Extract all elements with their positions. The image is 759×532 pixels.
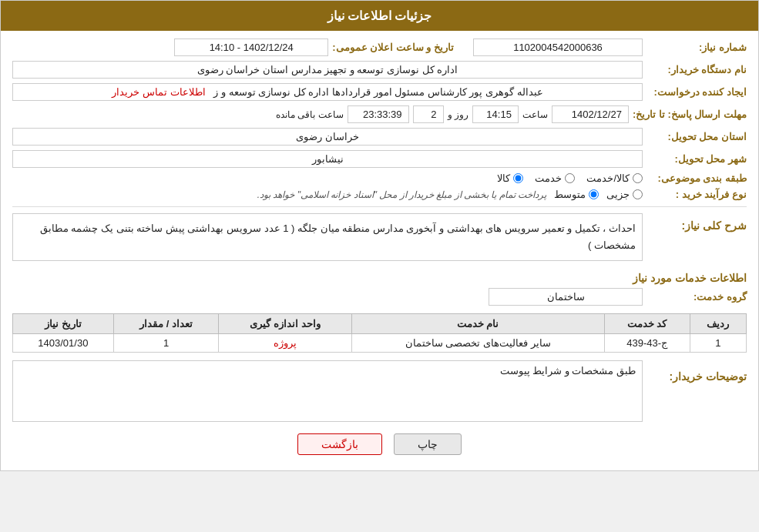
- service-group-label: گروه خدمت:: [646, 291, 747, 303]
- deadline-remaining-label: ساعت باقی مانده: [276, 109, 344, 120]
- announce-time-value: 1402/12/24 - 14:10: [174, 38, 328, 56]
- radio-jozi[interactable]: [633, 189, 643, 199]
- service-group-value: ساختمان: [489, 288, 643, 306]
- col-row-num: ردیف: [690, 314, 746, 334]
- process-options: جزیی متوسط پرداخت تمام یا بخشی از مبلغ خ…: [12, 189, 643, 200]
- page-title: جزئیات اطلاعات نیاز: [327, 9, 432, 22]
- deadline-time-value: 14:15: [472, 105, 519, 123]
- radio-label-jozi: جزیی: [606, 189, 630, 200]
- province-label: استان محل تحویل:: [646, 131, 747, 142]
- requester-value: عبداله گوهری پور کارشناس مسئول امور قرار…: [12, 83, 643, 101]
- process-row: نوع فرآیند خرید : جزیی متوسط پرداخت تمام…: [12, 189, 747, 200]
- requester-row: ایجاد کننده درخواست: عبداله گوهری پور کا…: [12, 83, 747, 101]
- back-button[interactable]: بازگشت: [297, 433, 382, 455]
- deadline-time-label: ساعت: [522, 109, 548, 120]
- deadline-days-value: 2: [413, 105, 444, 123]
- category-option-kala-khedmat[interactable]: کالا/خدمت: [586, 172, 643, 184]
- category-option-kala[interactable]: کالا: [497, 172, 523, 184]
- need-number-label: شماره نیاز:: [646, 42, 747, 53]
- radio-kala[interactable]: [513, 173, 523, 183]
- buyer-org-row: نام دستگاه خریدار: اداره کل نوسازی توسعه…: [12, 61, 747, 79]
- city-label: شهر محل تحویل:: [646, 153, 747, 165]
- radio-label-motavas: متوسط: [554, 189, 586, 200]
- radio-motavas[interactable]: [589, 189, 599, 199]
- table-header-row: ردیف کد خدمت نام خدمت واحد اندازه گیری ت…: [13, 314, 747, 334]
- radio-kala-khedmat[interactable]: [633, 173, 643, 183]
- province-value: خراسان رضوی: [12, 128, 643, 146]
- category-radio-group: کالا/خدمت خدمت کالا: [12, 172, 643, 184]
- col-date: تاریخ نیاز: [13, 314, 114, 334]
- deadline-row: مهلت ارسال پاسخ: تا تاریخ: 1402/12/27 سا…: [12, 105, 747, 123]
- col-unit: واحد اندازه گیری: [219, 314, 351, 334]
- requester-contact-link[interactable]: اطلاعات تماس خریدار: [112, 86, 205, 98]
- table-row: 1ج-43-439سایر فعالیت‌های تخصصی ساختمانپر…: [13, 334, 747, 353]
- deadline-remaining-value: 23:33:39: [348, 105, 409, 123]
- category-row: طبقه بندی موضوعی: کالا/خدمت خدمت کالا: [12, 172, 747, 184]
- action-buttons: چاپ بازگشت: [12, 433, 747, 455]
- content-area: شماره نیاز: 1102004542000636 تاریخ و ساع…: [1, 31, 758, 470]
- divider-1: [12, 206, 747, 207]
- description-text: احداث ، تکمیل و تعمیر سرویس های بهداشتی …: [12, 213, 643, 261]
- col-quantity: تعداد / مقدار: [113, 314, 219, 334]
- buyer-notes-label: توضیحات خریدار:: [646, 366, 747, 383]
- radio-label-kala-khedmat: کالا/خدمت: [586, 172, 630, 184]
- city-value: نیشابور: [12, 150, 643, 168]
- description-label: شرح کلی نیاز:: [646, 219, 747, 232]
- services-table-container: ردیف کد خدمت نام خدمت واحد اندازه گیری ت…: [12, 313, 747, 353]
- process-note: پرداخت تمام یا بخشی از مبلغ خریدار از مح…: [257, 189, 546, 200]
- deadline-date-value: 1402/12/27: [552, 105, 629, 123]
- announce-time-label: تاریخ و ساعت اعلان عمومی:: [332, 42, 454, 53]
- deadline-days-label: روز و: [448, 109, 468, 120]
- province-row: استان محل تحویل: خراسان رضوی: [12, 128, 747, 146]
- print-button[interactable]: چاپ: [394, 433, 462, 455]
- buyer-org-label: نام دستگاه خریدار:: [646, 64, 747, 75]
- deadline-label: مهلت ارسال پاسخ: تا تاریخ:: [633, 109, 747, 120]
- col-service-code: کد خدمت: [604, 314, 690, 334]
- description-row: شرح کلی نیاز: احداث ، تکمیل و تعمیر سروی…: [12, 213, 747, 266]
- requester-label: ایجاد کننده درخواست:: [646, 86, 747, 98]
- col-service-name: نام خدمت: [351, 314, 604, 334]
- buyer-notes-section: توضیحات خریدار: طبق مشخصات و شرایط پیوست: [12, 360, 747, 422]
- page-container: جزئیات اطلاعات نیاز شماره نیاز: 11020045…: [0, 0, 759, 471]
- process-option-jozi[interactable]: جزیی: [606, 189, 643, 200]
- services-section-title: اطلاعات خدمات مورد نیاز: [12, 272, 747, 284]
- city-row: شهر محل تحویل: نیشابور: [12, 150, 747, 168]
- need-number-row: شماره نیاز: 1102004542000636 تاریخ و ساع…: [12, 38, 747, 56]
- buyer-notes-box: طبق مشخصات و شرایط پیوست: [12, 360, 643, 422]
- process-label: نوع فرآیند خرید :: [646, 189, 747, 200]
- buyer-org-value: اداره کل نوسازی توسعه و تجهیز مدارس استا…: [12, 61, 643, 79]
- services-table: ردیف کد خدمت نام خدمت واحد اندازه گیری ت…: [12, 313, 747, 353]
- radio-label-khedmat: خدمت: [535, 172, 562, 184]
- category-label: طبقه بندی موضوعی:: [646, 172, 747, 184]
- buyer-notes-value: طبق مشخصات و شرایط پیوست: [500, 365, 636, 376]
- radio-khedmat[interactable]: [565, 173, 575, 183]
- page-header: جزئیات اطلاعات نیاز: [1, 1, 758, 31]
- need-number-value: 1102004542000636: [473, 38, 643, 56]
- service-group-row: گروه خدمت: ساختمان: [12, 288, 747, 306]
- radio-label-kala: کالا: [497, 172, 510, 184]
- process-option-motavas[interactable]: متوسط: [554, 189, 599, 200]
- category-option-khedmat[interactable]: خدمت: [535, 172, 575, 184]
